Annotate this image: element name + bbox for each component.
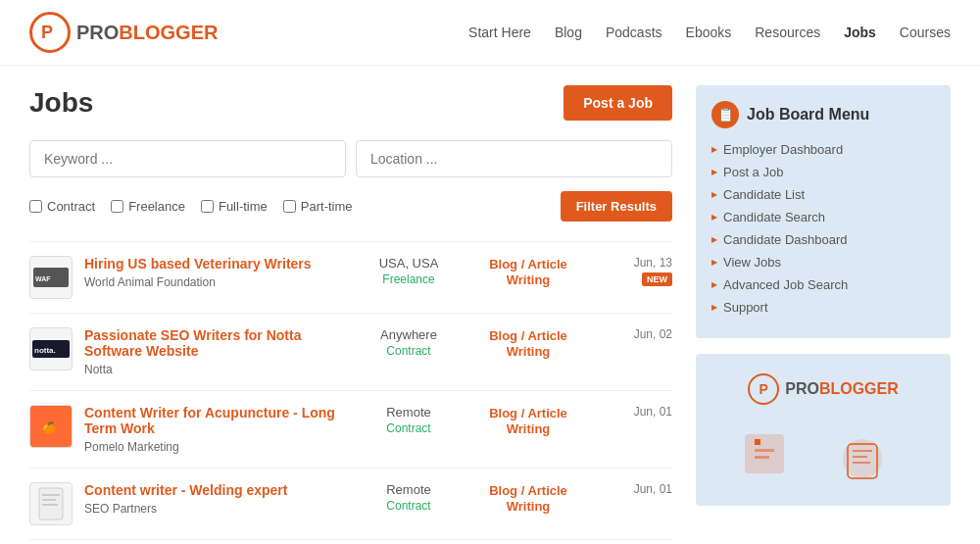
svg-rect-18 — [853, 456, 867, 458]
chevron-right-icon: ▶ — [711, 235, 717, 244]
list-item: ▶ Candidate Dashboard — [711, 232, 935, 247]
list-item: ▶ Candidate Search — [711, 210, 935, 224]
sidebar-item-support[interactable]: ▶ Support — [711, 300, 935, 315]
job-title-link[interactable]: Passionate SEO Writers for Notta Softwar… — [84, 327, 343, 359]
job-type: Contract — [386, 344, 430, 358]
generic-logo-icon — [37, 486, 65, 521]
job-location-text: USA, USA — [355, 256, 463, 271]
filter-results-button[interactable]: Filter Results — [561, 191, 672, 222]
job-location: Remote Contract — [355, 482, 463, 513]
job-title-link[interactable]: Content writer - Welding expert — [84, 482, 343, 498]
location-input[interactable] — [356, 140, 672, 177]
job-date-text: Jun, 01 — [594, 405, 672, 419]
logo-text: PROBLOGGER — [76, 22, 218, 44]
filter-parttime-checkbox[interactable] — [283, 200, 296, 213]
nav-ebooks[interactable]: Ebooks — [686, 25, 732, 40]
filters-row: Contract Freelance Full-time Part-time F… — [29, 191, 672, 222]
job-location-text: Anywhere — [355, 327, 463, 342]
pomelo-logo-icon: 🍊 — [37, 413, 65, 440]
job-date-text: Jun, 13 — [594, 256, 672, 270]
nav-start-here[interactable]: Start Here — [468, 25, 531, 40]
job-category: Blog / Article Writing — [474, 405, 582, 436]
sidebar-item-advanced-job-search[interactable]: ▶ Advanced Job Search — [711, 277, 935, 292]
sidebar-menu-title: Job Board Menu — [747, 106, 869, 124]
sidebar-item-post-job[interactable]: ▶ Post a Job — [711, 165, 935, 179]
chevron-right-icon: ▶ — [711, 190, 717, 199]
list-item: ▶ Support — [711, 300, 935, 315]
sidebar-ad-illustration — [735, 415, 911, 483]
svg-text:WAF: WAF — [35, 275, 51, 282]
sidebar-item-candidate-search[interactable]: ▶ Candidate Search — [711, 210, 935, 224]
job-category-link[interactable]: Blog / Article Writing — [489, 328, 567, 359]
sidebar-menu-header: 📋 Job Board Menu — [711, 101, 935, 128]
job-type: Contract — [386, 421, 430, 435]
filter-freelance[interactable]: Freelance — [111, 199, 185, 214]
sidebar-item-candidate-dashboard[interactable]: ▶ Candidate Dashboard — [711, 232, 935, 247]
sidebar-item-candidate-list[interactable]: ▶ Candidate List — [711, 187, 935, 202]
job-company: SEO Partners — [84, 502, 157, 516]
svg-rect-8 — [42, 494, 60, 496]
job-company: Pomelo Marketing — [84, 440, 179, 454]
new-badge: NEW — [642, 272, 672, 286]
sidebar-ad-logo-text: PROBLOGGER — [785, 380, 899, 398]
nav-courses[interactable]: Courses — [900, 25, 951, 40]
job-location-text: Remote — [355, 405, 463, 420]
job-logo: WAF — [29, 256, 73, 299]
sidebar-ad-content: P PROBLOGGER — [735, 373, 911, 486]
sidebar-item-employer-dashboard[interactable]: ▶ Employer Dashboard — [711, 142, 935, 157]
filter-contract-checkbox[interactable] — [29, 200, 42, 213]
page-title: Jobs — [29, 87, 93, 119]
list-item: ▶ Employer Dashboard — [711, 142, 935, 157]
filter-freelance-checkbox[interactable] — [111, 200, 123, 213]
nav-jobs[interactable]: Jobs — [844, 25, 876, 40]
job-title-link[interactable]: Content Writer for Acupuncture - Long Te… — [84, 405, 343, 436]
sidebar-menu-icon: 📋 — [711, 101, 739, 128]
job-company: World Animal Foundation — [84, 275, 216, 289]
sidebar-ad: P PROBLOGGER — [696, 354, 951, 506]
nav-resources[interactable]: Resources — [755, 25, 820, 40]
notta-logo-icon: notta. — [32, 340, 70, 358]
list-item: ▶ Post a Job — [711, 165, 935, 179]
job-date: Jun, 01 — [594, 482, 672, 496]
search-bar — [29, 140, 672, 177]
job-type: Freelance — [382, 272, 434, 286]
job-location: USA, USA Freelance — [355, 256, 463, 286]
svg-rect-11 — [745, 434, 784, 473]
nav-podcasts[interactable]: Podcasts — [606, 25, 662, 40]
sidebar-item-view-jobs[interactable]: ▶ View Jobs — [711, 255, 935, 270]
job-date: Jun, 13 NEW — [594, 256, 672, 286]
logo[interactable]: P PROBLOGGER — [29, 12, 218, 53]
job-category: Blog / Article Writing — [474, 256, 582, 287]
svg-text:P: P — [41, 23, 53, 42]
svg-rect-10 — [42, 504, 58, 506]
chevron-right-icon: ▶ — [711, 303, 717, 312]
job-date: Jun, 02 — [594, 327, 672, 341]
logo-p-icon: P — [39, 22, 61, 43]
waf-logo-icon: WAF — [33, 268, 69, 287]
filter-fulltime[interactable]: Full-time — [201, 199, 268, 214]
keyword-input[interactable] — [29, 140, 346, 177]
list-item: ▶ Advanced Job Search — [711, 277, 935, 292]
svg-rect-9 — [42, 499, 56, 501]
job-category-link[interactable]: Blog / Article Writing — [489, 406, 567, 436]
filter-parttime[interactable]: Part-time — [283, 199, 353, 214]
job-title-link[interactable]: Hiring US based Veterinary Writers — [84, 256, 343, 272]
svg-text:notta.: notta. — [34, 346, 56, 355]
svg-rect-13 — [755, 449, 774, 452]
nav-blog[interactable]: Blog — [555, 25, 582, 40]
chevron-right-icon: ▶ — [711, 280, 717, 289]
post-job-button[interactable]: Post a Job — [564, 85, 672, 121]
job-category-link[interactable]: Blog / Article Writing — [489, 483, 567, 514]
table-row: WAF Hiring US based Veterinary Writers W… — [29, 242, 672, 314]
svg-rect-14 — [755, 456, 769, 459]
sidebar: 📋 Job Board Menu ▶ Employer Dashboard ▶ … — [696, 85, 951, 540]
sidebar-menu-list: ▶ Employer Dashboard ▶ Post a Job ▶ Cand… — [711, 142, 935, 315]
filter-fulltime-checkbox[interactable] — [201, 200, 214, 213]
job-logo — [29, 482, 73, 525]
job-category-link[interactable]: Blog / Article Writing — [489, 257, 567, 287]
job-category: Blog / Article Writing — [474, 327, 582, 359]
filter-contract[interactable]: Contract — [29, 199, 95, 214]
svg-rect-19 — [853, 462, 870, 464]
sidebar-ad-logo-circle: P — [748, 373, 779, 405]
job-logo: 🍊 — [29, 405, 73, 448]
